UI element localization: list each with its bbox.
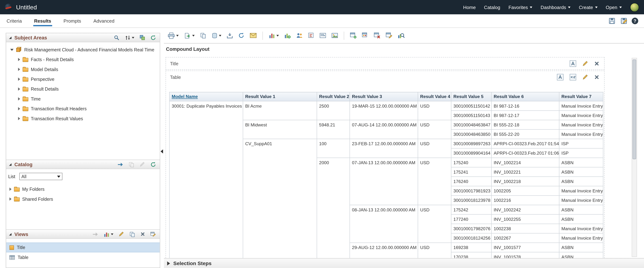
tab-results[interactable]: Results: [33, 14, 52, 27]
table-cell: ASBN: [559, 205, 603, 214]
sidebar: Subject Areas: [0, 28, 160, 268]
tab-advanced[interactable]: Advanced: [93, 14, 115, 27]
view-properties-button[interactable]: [319, 32, 327, 39]
insert-image-button[interactable]: [331, 32, 339, 39]
format-view-button[interactable]: [361, 32, 369, 39]
subject-area-folder[interactable]: Time: [6, 94, 160, 104]
collapse-panel-icon[interactable]: [9, 163, 12, 166]
table-cell: 300100089904164: [451, 148, 492, 158]
refresh-button[interactable]: [150, 34, 157, 41]
new-group-button[interactable]: [295, 32, 303, 39]
catalog-list-select[interactable]: All: [19, 173, 62, 180]
save-button[interactable]: [608, 17, 616, 25]
expand-selection-steps-icon[interactable]: [167, 261, 170, 265]
table-cell: ASBN: [559, 158, 603, 167]
nav-home[interactable]: Home: [463, 5, 476, 9]
sort-button[interactable]: [124, 34, 135, 41]
subject-area-folder[interactable]: Transaction Result Values: [6, 114, 160, 124]
column-header[interactable]: Model Name: [170, 92, 243, 101]
export-data-button[interactable]: [211, 31, 222, 40]
layers-button[interactable]: [139, 34, 146, 41]
views-item-table[interactable]: Table: [6, 252, 160, 262]
remove-view-button[interactable]: [594, 60, 600, 66]
selection-steps-bar[interactable]: Selection Steps: [164, 258, 644, 268]
open-button[interactable]: [116, 161, 124, 168]
format-container-button[interactable]: [556, 73, 564, 81]
user-avatar[interactable]: [630, 3, 639, 12]
tab-prompts[interactable]: Prompts: [63, 14, 82, 27]
subject-area-folder[interactable]: Result Details: [6, 84, 160, 94]
column-header[interactable]: Result Value 2: [317, 92, 350, 101]
expand-node-icon[interactable]: [10, 188, 12, 191]
subject-area-folder[interactable]: Model Details: [6, 64, 160, 74]
column-header[interactable]: Result Value 1: [243, 92, 317, 101]
new-view-button[interactable]: [268, 32, 280, 39]
title-view-icon: [10, 245, 14, 250]
expand-node-icon[interactable]: [18, 68, 20, 71]
copy-button[interactable]: [128, 161, 135, 168]
new-view-button[interactable]: [103, 230, 114, 238]
scrollbar-thumb[interactable]: [632, 59, 636, 159]
tab-criteria[interactable]: Criteria: [6, 14, 23, 27]
rename-view-button[interactable]: [150, 231, 157, 238]
nav-dashboards[interactable]: Dashboards: [541, 5, 571, 9]
catalog-folder-shared-folders[interactable]: Shared Folders: [6, 194, 160, 204]
expand-node-icon[interactable]: [18, 117, 20, 120]
preview-dashboard-button[interactable]: [397, 31, 406, 40]
view-properties-button[interactable]: [569, 73, 577, 81]
nav-favorites[interactable]: Favorites: [508, 5, 532, 9]
email-button[interactable]: [249, 32, 258, 39]
expand-node-icon[interactable]: [18, 97, 20, 101]
edit-view-button[interactable]: [118, 231, 125, 238]
promote-view-button[interactable]: [92, 231, 99, 237]
nav-open[interactable]: Open: [606, 5, 622, 9]
import-button[interactable]: [226, 31, 234, 40]
save-as-button[interactable]: [620, 17, 628, 25]
model-name-link[interactable]: 30001: Duplicate Payables Invoices: [170, 101, 243, 258]
edit-button[interactable]: [139, 161, 146, 168]
sidebar-splitter[interactable]: [160, 28, 164, 268]
format-container-button[interactable]: [569, 59, 577, 67]
expand-node-icon[interactable]: [18, 107, 20, 110]
subject-area-folder[interactable]: Facts - Result Details: [6, 55, 160, 64]
nav-catalog[interactable]: Catalog: [484, 5, 500, 9]
column-header[interactable]: Result Value 7: [559, 92, 603, 101]
search-button[interactable]: [113, 34, 120, 41]
export-button[interactable]: [183, 31, 196, 40]
subject-area-folder[interactable]: Transaction Result Headers: [6, 104, 160, 114]
subject-area-folder[interactable]: Perspective: [6, 74, 160, 84]
views-item-title[interactable]: Title: [6, 243, 160, 252]
refresh-results-button[interactable]: [238, 32, 245, 39]
edit-view-button[interactable]: [582, 60, 589, 67]
remove-view-button[interactable]: [140, 231, 146, 237]
subject-area-root[interactable]: Risk Management Cloud - Advanced Financi…: [6, 45, 160, 54]
column-header[interactable]: Result Value 3: [350, 92, 418, 101]
expand-node-icon[interactable]: [10, 197, 12, 201]
remove-view-button[interactable]: [594, 74, 600, 80]
collapse-panel-icon[interactable]: [9, 233, 12, 236]
column-header[interactable]: Result Value 4: [418, 92, 451, 101]
catalog-folder-my-folders[interactable]: My Folders: [6, 184, 160, 194]
copy-button[interactable]: [199, 32, 207, 39]
new-calculated-measure-button[interactable]: [284, 32, 292, 39]
column-header[interactable]: Result Value 6: [492, 92, 559, 101]
remove-view-button[interactable]: [373, 32, 381, 39]
print-button[interactable]: [167, 31, 179, 40]
collapse-panel-icon[interactable]: [9, 36, 12, 39]
expand-node-icon[interactable]: [18, 78, 20, 81]
add-view-button[interactable]: [349, 32, 357, 39]
collapse-sidebar-icon[interactable]: [160, 149, 163, 154]
duplicate-view-button[interactable]: [128, 230, 136, 238]
expand-node-icon[interactable]: [18, 87, 20, 91]
help-icon[interactable]: ?: [632, 18, 638, 24]
collapse-node-icon[interactable]: [10, 49, 14, 51]
column-header[interactable]: Result Value 5: [451, 92, 492, 101]
edit-view-button[interactable]: [582, 73, 589, 81]
nav-create[interactable]: Create: [579, 5, 598, 9]
table-cell: Manual Invoice Entry: [559, 111, 603, 120]
refresh-button[interactable]: [150, 161, 157, 168]
new-calculated-item-button[interactable]: [307, 32, 315, 39]
expand-node-icon[interactable]: [18, 58, 20, 61]
rename-view-button[interactable]: [385, 32, 393, 39]
vertical-scrollbar[interactable]: [632, 58, 637, 257]
